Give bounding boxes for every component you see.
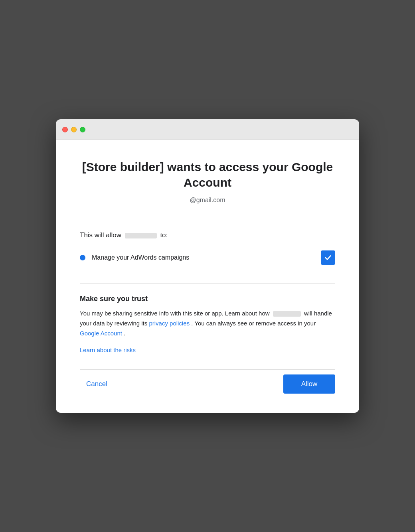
- permission-intro-text: This will allow: [80, 231, 121, 239]
- trust-body-part1: You may be sharing sensitive info with t…: [80, 310, 270, 317]
- permission-intro-suffix: to:: [160, 231, 168, 239]
- permission-item: Manage your AdWords campaigns: [80, 246, 335, 269]
- trust-body: You may be sharing sensitive info with t…: [80, 309, 335, 338]
- dialog-title: [Store builder] wants to access your Goo…: [80, 159, 335, 190]
- permission-text: Manage your AdWords campaigns: [92, 254, 189, 261]
- learn-risks-link[interactable]: Learn about the risks: [80, 347, 136, 353]
- trust-title: Make sure you trust: [80, 295, 335, 303]
- dialog-content: [Store builder] wants to access your Goo…: [56, 140, 359, 412]
- privacy-policies-link[interactable]: privacy policies: [149, 320, 190, 327]
- google-account-link[interactable]: Google Account: [80, 330, 122, 337]
- trust-body-part4: .: [124, 330, 125, 337]
- trust-body-part3: . You can always see or remove access in…: [191, 320, 316, 327]
- redacted-app-name-2: [273, 311, 301, 317]
- cancel-button[interactable]: Cancel: [80, 376, 114, 392]
- dialog-footer: Cancel Allow: [80, 369, 335, 394]
- minimize-button[interactable]: [71, 127, 77, 132]
- bullet-dot: [80, 255, 85, 260]
- user-email: @gmail.com: [80, 197, 335, 204]
- oauth-dialog-window: [Store builder] wants to access your Goo…: [56, 119, 359, 412]
- allow-button[interactable]: Allow: [283, 374, 335, 394]
- divider-top: [80, 220, 335, 220]
- permission-intro: This will allow to:: [80, 231, 335, 239]
- checkmark-icon: [324, 253, 332, 262]
- trust-section: Make sure you trust You may be sharing s…: [80, 283, 335, 369]
- permission-checkbox[interactable]: [321, 250, 335, 265]
- redacted-app-name: [125, 233, 157, 238]
- close-button[interactable]: [62, 127, 68, 132]
- permission-left: Manage your AdWords campaigns: [80, 254, 189, 261]
- maximize-button[interactable]: [80, 127, 85, 132]
- titlebar: [56, 119, 359, 140]
